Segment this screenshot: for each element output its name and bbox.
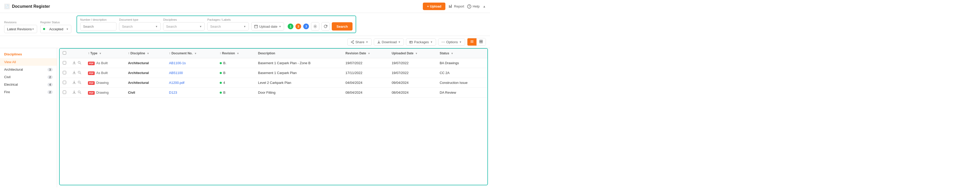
row-revision: B xyxy=(216,68,255,78)
search-row-icon[interactable] xyxy=(78,61,81,65)
uploaded-date-col-header[interactable]: Uploaded Date ▼ xyxy=(388,49,437,58)
description-col-header[interactable]: Description xyxy=(255,49,342,58)
calendar-icon xyxy=(254,25,258,28)
toolbar-row: Share ▼ Download ▼ Packages ▼ Options ▼ xyxy=(0,36,490,48)
download-row-icon[interactable] xyxy=(72,71,76,75)
chevron-down-icon-4: ▼ xyxy=(199,25,202,28)
search-button[interactable]: Search xyxy=(332,22,352,30)
search-row-icon[interactable] xyxy=(78,81,81,85)
download-row-icon[interactable] xyxy=(72,61,76,65)
discipline-col-header[interactable]: ↑ Discipline ▼ xyxy=(125,49,166,58)
svg-rect-25 xyxy=(480,40,481,41)
sidebar-item-architectural[interactable]: Architectural 3 xyxy=(0,66,57,73)
revisions-label: Revisions xyxy=(4,21,37,24)
packages-select[interactable]: Search ▼ xyxy=(207,22,249,30)
type-link[interactable]: Drawing xyxy=(96,81,109,85)
download-button[interactable]: Download ▼ xyxy=(374,39,404,46)
revision-col-header[interactable]: ↑ Revision ▼ xyxy=(216,49,255,58)
badge-2: 2 xyxy=(296,24,301,29)
sort-icon: ▼ xyxy=(237,52,239,55)
svg-rect-1 xyxy=(450,6,450,8)
row-checkbox-cell[interactable] xyxy=(60,58,69,68)
type-link[interactable]: As Built xyxy=(96,71,108,75)
type-link[interactable]: Drawing xyxy=(96,91,109,95)
share-button[interactable]: Share ▼ xyxy=(347,39,372,46)
search-row-icon[interactable] xyxy=(78,90,81,95)
table-row: PDFDrawing Architectural A1200.pdf 4 Lev… xyxy=(60,78,487,88)
refresh-button[interactable] xyxy=(321,22,330,30)
row-doc-no[interactable]: AB51100 xyxy=(166,68,216,78)
packages-button[interactable]: Packages ▼ xyxy=(406,39,436,46)
badge-1: 1 xyxy=(288,24,293,29)
number-desc-field: Number / description xyxy=(80,18,116,30)
document-table: ↑ Type ▼ ↑ Discipline ▼ ↑ Document No. ▼… xyxy=(60,49,487,98)
row-description: Basement 1 Carpark Plan - Zone B xyxy=(255,58,342,68)
table-row: PDFAs Built Architectural AB1100-1s B. B… xyxy=(60,58,487,68)
row-type: PDFAs Built xyxy=(85,68,125,78)
type-link[interactable]: As Built xyxy=(96,61,108,65)
row-status: DA Review xyxy=(437,88,487,98)
options-icon xyxy=(441,40,445,44)
sidebar-item-fire[interactable]: Fire 2 xyxy=(0,88,57,96)
doc-type-label: Document type xyxy=(119,18,161,21)
revision-date-col-header[interactable]: Revision Date ▼ xyxy=(342,49,388,58)
grid-view-button[interactable] xyxy=(477,38,485,46)
svg-text:?: ? xyxy=(469,5,470,8)
filter-bar: Revisions Latest Revisions ▼ Register St… xyxy=(0,13,490,36)
svg-line-31 xyxy=(80,63,81,64)
download-row-icon[interactable] xyxy=(72,90,76,95)
search-actions: 1 2 3 Search xyxy=(288,22,352,30)
select-all-checkbox-cell[interactable] xyxy=(60,49,69,58)
upload-button[interactable]: + Upload xyxy=(423,3,445,10)
row-checkbox[interactable] xyxy=(63,71,66,74)
row-doc-no[interactable]: A1200.pdf xyxy=(166,78,216,88)
row-discipline: Civil xyxy=(125,88,166,98)
row-actions xyxy=(69,58,85,68)
settings-icon xyxy=(313,24,317,28)
sidebar-item-electrical[interactable]: Electrical 4 xyxy=(0,81,57,88)
number-desc-input[interactable] xyxy=(80,22,116,30)
svg-line-14 xyxy=(352,42,353,43)
row-checkbox[interactable] xyxy=(63,91,66,94)
select-all-checkbox[interactable] xyxy=(63,51,66,55)
row-doc-no[interactable]: D123 xyxy=(166,88,216,98)
report-button[interactable]: Report xyxy=(449,5,464,8)
options-button[interactable]: Options ▼ xyxy=(438,39,465,46)
row-actions xyxy=(69,78,85,88)
list-view-button[interactable] xyxy=(468,38,477,46)
row-uploaded-date: 09/04/2024 xyxy=(388,78,437,88)
sidebar-badge: 2 xyxy=(48,90,52,94)
download-row-icon[interactable] xyxy=(72,81,76,85)
help-button[interactable]: ? Help xyxy=(467,5,480,8)
collapse-button[interactable]: ▲ xyxy=(483,5,486,8)
revision-dot-icon xyxy=(220,92,222,94)
settings-icon-button[interactable] xyxy=(311,22,319,30)
row-checkbox[interactable] xyxy=(63,61,66,65)
register-status-select[interactable]: Accepted ▼ xyxy=(40,25,72,33)
search-row-icon[interactable] xyxy=(78,71,81,75)
sort-icon: ▼ xyxy=(99,52,102,55)
docno-col-header[interactable]: ↑ Document No. ▼ xyxy=(166,49,216,58)
disciplines-field: Disciplines Search ▼ xyxy=(163,18,205,30)
row-checkbox-cell[interactable] xyxy=(60,88,69,98)
revisions-select[interactable]: Latest Revisions ▼ xyxy=(4,25,37,33)
row-revision: B xyxy=(216,88,255,98)
status-col-header[interactable]: Status ▼ xyxy=(437,49,487,58)
svg-point-10 xyxy=(353,40,353,41)
disciplines-select[interactable]: Search ▼ xyxy=(163,22,205,30)
row-checkbox-cell[interactable] xyxy=(60,68,69,78)
options-chevron-icon: ▼ xyxy=(459,41,462,44)
pdf-badge: PDF xyxy=(88,71,95,75)
sidebar-item-view-all[interactable]: View All xyxy=(0,58,57,66)
svg-rect-27 xyxy=(480,42,481,43)
type-col-header[interactable]: ↑ Type ▼ xyxy=(85,49,125,58)
sidebar-item-label: Electrical xyxy=(4,82,18,87)
row-doc-no[interactable]: AB1100-1s xyxy=(166,58,216,68)
row-checkbox[interactable] xyxy=(63,81,66,84)
sidebar-item-civil[interactable]: Civil 2 xyxy=(0,73,57,81)
upload-date-button[interactable]: Upload date ▼ xyxy=(251,22,284,30)
doc-type-select[interactable]: Search ▼ xyxy=(119,22,161,30)
header-left: 📄 Document Register xyxy=(4,4,50,9)
header: 📄 Document Register + Upload Report ? He… xyxy=(0,0,490,13)
row-checkbox-cell[interactable] xyxy=(60,78,69,88)
